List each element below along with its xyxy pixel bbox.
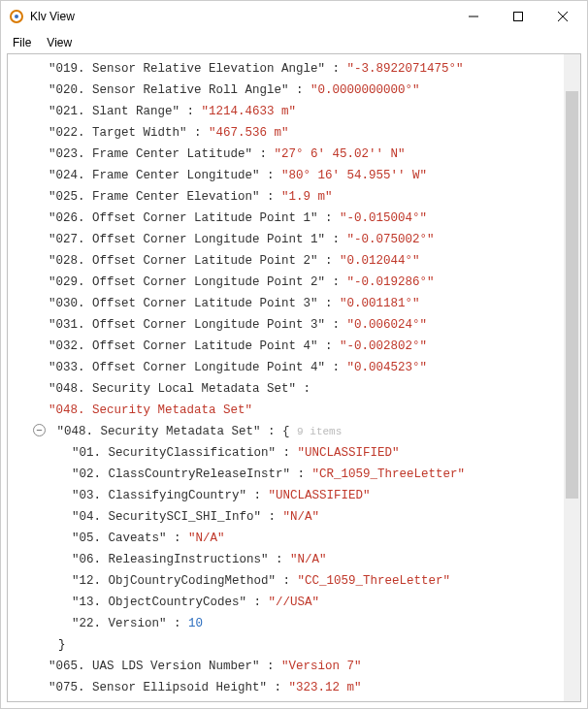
- klv-value: "CC_1059_ThreeLetter": [298, 574, 451, 588]
- klv-sep: :: [187, 126, 210, 140]
- klv-value: "-3.8922071475°": [347, 62, 464, 76]
- klv-row[interactable]: "029. Offset Corner Longitude Point 2" :…: [8, 272, 580, 293]
- klv-key: "06. ReleasingInstructions": [72, 553, 269, 566]
- klv-row[interactable]: "023. Frame Center Latitude" : "27° 6' 4…: [8, 144, 580, 165]
- klv-value: "048. Security Metadata Set": [49, 403, 252, 417]
- klv-value: "1.9 m": [281, 190, 333, 204]
- klv-row[interactable]: "02. ClassCountryReleaseInstr" : "CR_105…: [8, 464, 580, 485]
- klv-key: "022. Target Width": [49, 126, 187, 140]
- app-window: Klv View File View "019. Sensor Relative…: [0, 0, 588, 709]
- klv-row[interactable]: "026. Offset Corner Latitude Point 1" : …: [8, 208, 580, 229]
- klv-value: "-0.075002°": [347, 233, 435, 246]
- klv-row[interactable]: "024. Frame Center Longitude" : "80° 16'…: [8, 165, 580, 186]
- klv-row[interactable]: "01. SecurityClassification" : "UNCLASSI…: [8, 442, 580, 464]
- klv-tree[interactable]: "019. Sensor Relative Elevation Angle" :…: [8, 54, 580, 701]
- klv-sep: :: [267, 681, 289, 694]
- menu-file[interactable]: File: [5, 34, 39, 51]
- klv-key: "02. ClassCountryReleaseInstr": [72, 467, 290, 481]
- klv-value: "0.0000000000°": [310, 83, 420, 97]
- close-button[interactable]: [540, 1, 585, 32]
- window-controls: [451, 1, 585, 32]
- klv-sep: :: [276, 446, 298, 460]
- klv-key: "024. Frame Center Longitude": [49, 169, 260, 182]
- collapse-icon[interactable]: −: [33, 424, 46, 436]
- klv-key: "048. Security Local Metadata Set": [49, 382, 296, 396]
- klv-sep: :: [325, 361, 347, 374]
- content-pane: "019. Sensor Relative Elevation Angle" :…: [7, 53, 581, 702]
- klv-value: 10: [188, 617, 203, 630]
- svg-point-1: [15, 15, 18, 18]
- klv-value: "N/A": [290, 553, 327, 566]
- klv-row[interactable]: "04. SecuritySCI_SHI_Info" : "N/A": [8, 506, 580, 528]
- window-title: Klv View: [30, 10, 451, 23]
- klv-row[interactable]: "075. Sensor Ellipsoid Height" : "323.12…: [8, 677, 580, 698]
- klv-row[interactable]: "033. Offset Corner Longitude Point 4" :…: [8, 357, 580, 378]
- klv-row[interactable]: "13. ObjectCountryCodes" : "//USA": [8, 592, 580, 613]
- klv-key: "023. Frame Center Latitude": [49, 147, 252, 161]
- klv-row[interactable]: "06. ReleasingInstructions" : "N/A": [8, 549, 580, 570]
- klv-key: "048. Security Metadata Set": [57, 425, 261, 438]
- vertical-scrollbar[interactable]: [564, 54, 580, 701]
- klv-sep: :: [318, 254, 341, 268]
- klv-key: "025. Frame Center Elevation": [49, 190, 260, 204]
- maximize-button[interactable]: [496, 1, 540, 32]
- klv-row[interactable]: "12. ObjCountryCodingMethod" : "CC_1059_…: [8, 570, 580, 592]
- klv-sep: :: [325, 275, 347, 289]
- klv-row[interactable]: "031. Offset Corner Longitude Point 3" :…: [8, 314, 580, 336]
- scrollbar-thumb[interactable]: [566, 91, 578, 499]
- klv-value: "27° 6' 45.02'' N": [275, 147, 406, 161]
- klv-row[interactable]: "028. Offset Corner Latitude Point 2" : …: [8, 250, 580, 272]
- klv-row[interactable]: "027. Offset Corner Longitude Point 1" :…: [8, 229, 580, 250]
- klv-value: "0.012044°": [340, 254, 420, 268]
- klv-row[interactable]: "021. Slant Range" : "1214.4633 m": [8, 101, 580, 122]
- klv-row[interactable]: "032. Offset Corner Latitude Point 4" : …: [8, 336, 580, 357]
- klv-key: "030. Offset Corner Latitude Point 3": [49, 297, 318, 310]
- klv-value: "0.004523°": [347, 361, 428, 374]
- klv-key: "026. Offset Corner Latitude Point 1": [49, 211, 318, 225]
- klv-key: "12. ObjCountryCodingMethod": [72, 574, 276, 588]
- klv-sep: :: [252, 147, 275, 161]
- klv-row[interactable]: "022. Target Width" : "467.536 m": [8, 122, 580, 144]
- klv-value: "323.12 m": [289, 681, 362, 694]
- klv-key: "13. ObjectCountryCodes": [72, 596, 246, 609]
- klv-key: "065. UAS LDS Version Number": [49, 660, 260, 673]
- klv-row[interactable]: "048. Security Local Metadata Set" :: [8, 378, 580, 400]
- klv-row[interactable]: "048. Security Metadata Set": [8, 400, 580, 421]
- klv-value: "N/A": [283, 510, 320, 524]
- menu-view[interactable]: View: [39, 34, 80, 51]
- klv-sep: :: [276, 574, 298, 588]
- klv-row[interactable]: "05. Caveats" : "N/A": [8, 528, 580, 549]
- klv-row[interactable]: "019. Sensor Relative Elevation Angle" :…: [8, 58, 580, 80]
- items-count-hint: 9 items: [297, 426, 342, 437]
- klv-value: "-0.019286°": [347, 275, 435, 289]
- klv-row[interactable]: "025. Frame Center Elevation" : "1.9 m": [8, 186, 580, 208]
- klv-value: "N/A": [188, 532, 225, 545]
- klv-sep: :: [289, 83, 311, 97]
- klv-value: "1214.4633 m": [202, 105, 297, 118]
- klv-sep: :: [325, 318, 347, 332]
- klv-key: "03. ClassifyingCountry": [72, 489, 246, 502]
- klv-key: "01. SecurityClassification": [72, 446, 276, 460]
- klv-object-row[interactable]: − "048. Security Metadata Set" : { 9 ite…: [8, 421, 580, 442]
- klv-row[interactable]: "22. Version" : 10: [8, 613, 580, 634]
- klv-close-brace: }: [8, 634, 580, 656]
- klv-key: "028. Offset Corner Latitude Point 2": [49, 254, 318, 268]
- klv-sep: :: [318, 339, 341, 353]
- klv-open-brace: : {: [261, 425, 298, 438]
- klv-row[interactable]: "030. Offset Corner Latitude Point 3" : …: [8, 293, 580, 314]
- klv-sep: :: [167, 617, 189, 630]
- klv-row[interactable]: "065. UAS LDS Version Number" : "Version…: [8, 656, 580, 677]
- klv-sep: :: [318, 211, 341, 225]
- menubar: File View: [1, 32, 587, 53]
- klv-sep: :: [290, 467, 312, 481]
- app-icon: [9, 9, 24, 24]
- klv-value: "UNCLASSIFIED": [298, 446, 400, 460]
- minimize-button[interactable]: [451, 1, 496, 32]
- klv-key: "04. SecuritySCI_SHI_Info": [72, 510, 261, 524]
- titlebar[interactable]: Klv View: [1, 1, 587, 32]
- klv-value: "80° 16' 54.955'' W": [281, 169, 427, 182]
- klv-row[interactable]: "020. Sensor Relative Roll Angle" : "0.0…: [8, 80, 580, 101]
- klv-row[interactable]: "03. ClassifyingCountry" : "UNCLASSIFIED…: [8, 485, 580, 506]
- klv-key: "22. Version": [72, 617, 167, 630]
- klv-key: "019. Sensor Relative Elevation Angle": [49, 62, 325, 76]
